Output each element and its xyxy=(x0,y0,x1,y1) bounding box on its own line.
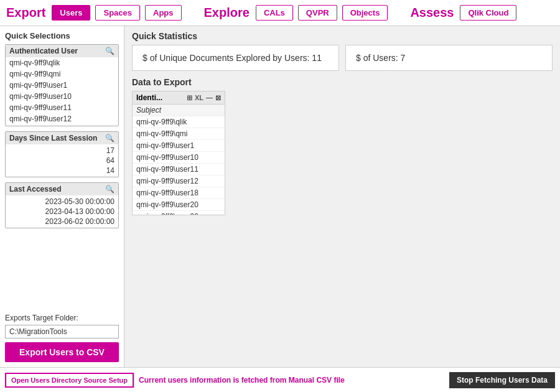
objects-nav-btn[interactable]: Objects xyxy=(342,5,388,21)
exports-folder-input[interactable] xyxy=(5,325,119,338)
stat-unique-docs: $ of Unique Documents Explored by Users:… xyxy=(132,45,339,71)
status-text: Current users information is fetched fro… xyxy=(139,376,444,385)
stop-fetching-button[interactable]: Stop Fetching Users Data xyxy=(449,372,555,388)
table-icon-xl[interactable]: XL xyxy=(195,94,203,102)
stat-users: $ of Users: 7 xyxy=(345,45,553,71)
days-since-last-session-box: Days Since Last Session 🔍 176414 xyxy=(5,131,119,177)
table-row[interactable]: qmi-qv-9ff9\user20 xyxy=(133,199,225,211)
table-row[interactable]: qmi-qv-9ff9\qmi xyxy=(133,128,225,140)
auth-user-item[interactable]: qmi-qv-9ff9\user10 xyxy=(6,91,118,102)
auth-user-filter-content: qmi-qv-9ff9\qlikqmi-qv-9ff9\qmiqmi-qv-9f… xyxy=(6,57,118,126)
auth-user-item[interactable]: qmi-qv-9ff9\qmi xyxy=(6,68,118,80)
users-nav-btn[interactable]: Users xyxy=(52,5,90,21)
last-accessed-label: Last Accessed xyxy=(9,185,62,194)
table-col-label: Identi... xyxy=(136,93,162,102)
accessed-item[interactable]: 2023-06-02 00:00:00 xyxy=(9,217,114,226)
table-icon-minus[interactable]: — xyxy=(206,94,213,102)
open-users-directory-button[interactable]: Open Users Directory Source Setup xyxy=(5,373,134,388)
table-icon-close[interactable]: ⊠ xyxy=(215,94,221,102)
auth-user-label: Authenticated User xyxy=(9,47,78,55)
auth-user-filter-box: Authenticated User 🔍 qmi-qv-9ff9\qlikqmi… xyxy=(5,44,119,126)
accessed-item[interactable]: 2023-05-30 00:00:00 xyxy=(9,197,114,207)
cals-nav-btn[interactable]: CALs xyxy=(256,5,293,21)
days-since-header: Days Since Last Session 🔍 xyxy=(6,132,118,144)
accessed-item[interactable]: 2023-04-13 00:00:00 xyxy=(9,207,114,217)
export-users-csv-button[interactable]: Export Users to CSV xyxy=(5,342,119,362)
right-panel: Quick Statistics $ of Unique Documents E… xyxy=(124,26,560,367)
left-panel: Quick Selections Authenticated User 🔍 qm… xyxy=(0,26,124,367)
status-link[interactable]: Manual CSV file xyxy=(289,376,345,385)
assess-section-label: Assess xyxy=(410,6,454,20)
quick-statistics-section: Quick Statistics $ of Unique Documents E… xyxy=(132,31,553,71)
data-export-section: Data to Export Identi... ⊞ XL — ⊠ Subjec… xyxy=(132,77,553,362)
auth-user-search-icon[interactable]: 🔍 xyxy=(105,47,114,55)
days-since-search-icon[interactable]: 🔍 xyxy=(105,134,114,142)
last-accessed-header: Last Accessed 🔍 xyxy=(6,183,118,195)
data-export-title: Data to Export xyxy=(132,77,553,87)
data-table-container: Identi... ⊞ XL — ⊠ Subject qmi-qv-9ff9\q… xyxy=(132,91,225,215)
quick-selections-title: Quick Selections xyxy=(5,31,119,40)
apps-nav-btn[interactable]: Apps xyxy=(145,5,182,21)
table-row[interactable]: qmi-qv-9ff9\user1 xyxy=(133,140,225,152)
days-item[interactable]: 14 xyxy=(9,166,114,175)
table-icon-group: ⊞ XL — ⊠ xyxy=(187,94,221,102)
days-since-content: 176414 xyxy=(6,144,118,177)
data-table-header: Identi... ⊞ XL — ⊠ xyxy=(133,91,225,105)
last-accessed-content: 2023-05-30 00:00:002023-04-13 00:00:0020… xyxy=(6,195,118,228)
auth-user-item[interactable]: qmi-qv-9ff9\user1 xyxy=(6,80,118,91)
exports-target-label: Exports Target Folder: xyxy=(5,314,119,322)
quick-stats-title: Quick Statistics xyxy=(132,31,553,41)
data-rows-list: qmi-qv-9ff9\qlikqmi-qv-9ff9\qmiqmi-qv-9f… xyxy=(133,116,225,215)
last-accessed-search-icon[interactable]: 🔍 xyxy=(105,185,114,194)
auth-user-item[interactable]: qmi-qv-9ff9\user18 xyxy=(6,124,118,126)
table-row[interactable]: qmi-qv-9ff9\user12 xyxy=(133,175,225,187)
qvpr-nav-btn[interactable]: QVPR xyxy=(298,5,337,21)
auth-user-item[interactable]: qmi-qv-9ff9\qlik xyxy=(6,57,118,68)
status-prefix: Current users information is fetched fro… xyxy=(139,376,289,385)
table-row[interactable]: qmi-qv-9ff9\user11 xyxy=(133,164,225,175)
auth-user-item[interactable]: qmi-qv-9ff9\user11 xyxy=(6,102,118,113)
stats-row: $ of Unique Documents Explored by Users:… xyxy=(132,45,553,71)
spaces-nav-btn[interactable]: Spaces xyxy=(95,5,140,21)
main-area: Quick Selections Authenticated User 🔍 qm… xyxy=(0,26,560,367)
auth-user-item[interactable]: qmi-qv-9ff9\user12 xyxy=(6,113,118,124)
last-accessed-box: Last Accessed 🔍 2023-05-30 00:00:002023-… xyxy=(5,182,119,228)
data-table-subheader: Subject xyxy=(133,105,225,116)
table-row[interactable]: qmi-qv-9ff9\user30 xyxy=(133,211,225,215)
days-since-label: Days Since Last Session xyxy=(9,134,97,142)
export-section-label: Export xyxy=(6,6,45,20)
table-row[interactable]: qmi-qv-9ff9\user10 xyxy=(133,152,225,164)
days-item[interactable]: 64 xyxy=(9,156,114,166)
table-row[interactable]: qmi-qv-9ff9\user18 xyxy=(133,187,225,199)
explore-section-label: Explore xyxy=(204,6,250,20)
bottom-bar: Open Users Directory Source Setup Curren… xyxy=(0,367,560,392)
table-row[interactable]: qmi-qv-9ff9\qlik xyxy=(133,116,225,128)
qlik-cloud-nav-btn[interactable]: Qlik Cloud xyxy=(460,5,516,21)
table-icon-grid[interactable]: ⊞ xyxy=(187,94,192,102)
auth-user-filter-header: Authenticated User 🔍 xyxy=(6,45,118,57)
days-item[interactable]: 17 xyxy=(9,146,114,156)
top-navigation: Export Users Spaces Apps Explore CALs QV… xyxy=(0,0,560,26)
